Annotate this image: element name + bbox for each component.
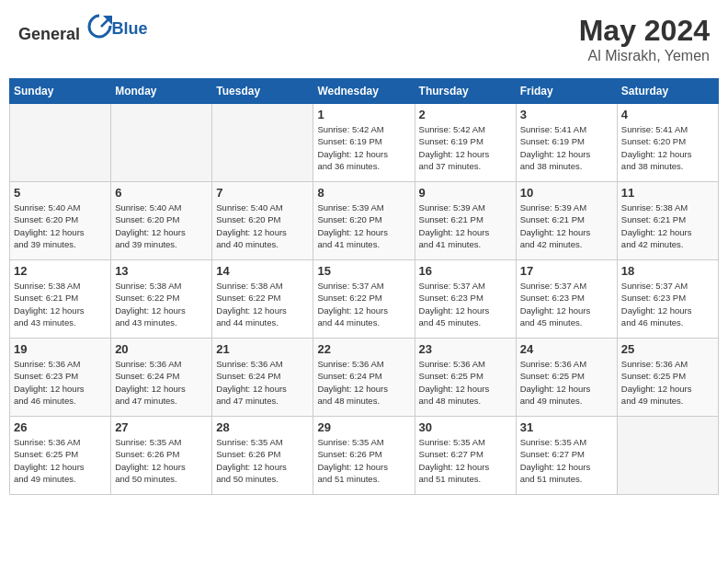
location-title: Al Misrakh, Yemen (579, 48, 710, 64)
day-cell: 2Sunrise: 5:42 AM Sunset: 6:19 PM Daylig… (415, 104, 516, 182)
day-info: Sunrise: 5:39 AM Sunset: 6:21 PM Dayligh… (520, 201, 613, 250)
day-info: Sunrise: 5:41 AM Sunset: 6:20 PM Dayligh… (621, 123, 714, 172)
day-cell: 12Sunrise: 5:38 AM Sunset: 6:21 PM Dayli… (10, 260, 111, 339)
day-info: Sunrise: 5:36 AM Sunset: 6:24 PM Dayligh… (115, 358, 208, 407)
logo-general: General (18, 25, 80, 43)
day-cell: 29Sunrise: 5:35 AM Sunset: 6:26 PM Dayli… (313, 417, 415, 495)
day-number: 21 (216, 342, 309, 356)
day-cell: 11Sunrise: 5:38 AM Sunset: 6:21 PM Dayli… (617, 182, 718, 260)
day-cell (212, 104, 313, 182)
day-info: Sunrise: 5:42 AM Sunset: 6:19 PM Dayligh… (317, 123, 410, 172)
month-title: May 2024 (579, 14, 710, 48)
day-cell: 30Sunrise: 5:35 AM Sunset: 6:27 PM Dayli… (415, 417, 516, 495)
day-info: Sunrise: 5:36 AM Sunset: 6:23 PM Dayligh… (14, 358, 107, 407)
day-info: Sunrise: 5:40 AM Sunset: 6:20 PM Dayligh… (115, 201, 208, 250)
day-cell: 21Sunrise: 5:36 AM Sunset: 6:24 PM Dayli… (212, 339, 313, 417)
weekday-header-row: SundayMondayTuesdayWednesdayThursdayFrid… (10, 79, 719, 104)
day-number: 2 (419, 108, 512, 121)
day-cell: 5Sunrise: 5:40 AM Sunset: 6:20 PM Daylig… (10, 182, 111, 260)
day-cell: 8Sunrise: 5:39 AM Sunset: 6:20 PM Daylig… (313, 182, 415, 260)
day-info: Sunrise: 5:38 AM Sunset: 6:21 PM Dayligh… (14, 280, 107, 328)
day-number: 20 (115, 342, 208, 356)
day-number: 7 (216, 186, 309, 200)
day-number: 31 (520, 420, 613, 434)
weekday-header-tuesday: Tuesday (212, 79, 313, 104)
day-info: Sunrise: 5:35 AM Sunset: 6:26 PM Dayligh… (317, 436, 410, 485)
day-cell (617, 417, 718, 495)
day-number: 15 (317, 264, 410, 278)
day-info: Sunrise: 5:35 AM Sunset: 6:26 PM Dayligh… (216, 436, 309, 485)
day-cell: 13Sunrise: 5:38 AM Sunset: 6:22 PM Dayli… (111, 260, 212, 339)
day-number: 3 (520, 108, 613, 121)
week-row-2: 5Sunrise: 5:40 AM Sunset: 6:20 PM Daylig… (10, 182, 719, 260)
day-number: 30 (419, 420, 512, 434)
day-cell: 7Sunrise: 5:40 AM Sunset: 6:20 PM Daylig… (212, 182, 313, 260)
day-cell: 1Sunrise: 5:42 AM Sunset: 6:19 PM Daylig… (313, 104, 415, 182)
day-cell: 15Sunrise: 5:37 AM Sunset: 6:22 PM Dayli… (313, 260, 415, 339)
day-cell: 31Sunrise: 5:35 AM Sunset: 6:27 PM Dayli… (516, 417, 617, 495)
day-number: 13 (115, 264, 208, 278)
day-info: Sunrise: 5:37 AM Sunset: 6:23 PM Dayligh… (520, 280, 613, 328)
day-cell: 19Sunrise: 5:36 AM Sunset: 6:23 PM Dayli… (10, 339, 111, 417)
day-cell: 10Sunrise: 5:39 AM Sunset: 6:21 PM Dayli… (516, 182, 617, 260)
day-info: Sunrise: 5:35 AM Sunset: 6:27 PM Dayligh… (520, 436, 613, 485)
day-cell: 28Sunrise: 5:35 AM Sunset: 6:26 PM Dayli… (212, 417, 313, 495)
day-info: Sunrise: 5:36 AM Sunset: 6:25 PM Dayligh… (520, 358, 613, 407)
day-cell: 6Sunrise: 5:40 AM Sunset: 6:20 PM Daylig… (111, 182, 212, 260)
weekday-header-saturday: Saturday (617, 79, 718, 104)
logo-icon (86, 14, 112, 40)
weekday-header-sunday: Sunday (10, 79, 111, 104)
day-number: 28 (216, 420, 309, 434)
day-info: Sunrise: 5:38 AM Sunset: 6:22 PM Dayligh… (216, 280, 309, 328)
day-number: 29 (317, 420, 410, 434)
day-cell: 25Sunrise: 5:36 AM Sunset: 6:25 PM Dayli… (617, 339, 718, 417)
day-info: Sunrise: 5:37 AM Sunset: 6:23 PM Dayligh… (621, 280, 714, 328)
day-info: Sunrise: 5:36 AM Sunset: 6:24 PM Dayligh… (216, 358, 309, 407)
day-info: Sunrise: 5:39 AM Sunset: 6:20 PM Dayligh… (317, 201, 410, 250)
day-number: 1 (317, 108, 410, 121)
day-info: Sunrise: 5:37 AM Sunset: 6:22 PM Dayligh… (317, 280, 410, 328)
day-info: Sunrise: 5:36 AM Sunset: 6:25 PM Dayligh… (419, 358, 512, 407)
day-info: Sunrise: 5:38 AM Sunset: 6:22 PM Dayligh… (115, 280, 208, 328)
day-cell: 14Sunrise: 5:38 AM Sunset: 6:22 PM Dayli… (212, 260, 313, 339)
week-row-1: 1Sunrise: 5:42 AM Sunset: 6:19 PM Daylig… (10, 104, 719, 182)
weekday-header-wednesday: Wednesday (313, 79, 415, 104)
logo-blue: Blue (112, 19, 148, 39)
day-number: 10 (520, 186, 613, 200)
day-number: 19 (14, 342, 107, 356)
day-cell (10, 104, 111, 182)
day-cell: 24Sunrise: 5:36 AM Sunset: 6:25 PM Dayli… (516, 339, 617, 417)
day-number: 8 (317, 186, 410, 200)
day-number: 12 (14, 264, 107, 278)
day-cell: 16Sunrise: 5:37 AM Sunset: 6:23 PM Dayli… (415, 260, 516, 339)
day-info: Sunrise: 5:40 AM Sunset: 6:20 PM Dayligh… (14, 201, 107, 250)
day-number: 11 (621, 186, 714, 200)
day-cell: 23Sunrise: 5:36 AM Sunset: 6:25 PM Dayli… (415, 339, 516, 417)
day-number: 14 (216, 264, 309, 278)
day-cell (111, 104, 212, 182)
day-cell: 4Sunrise: 5:41 AM Sunset: 6:20 PM Daylig… (617, 104, 718, 182)
weekday-header-friday: Friday (516, 79, 617, 104)
day-cell: 20Sunrise: 5:36 AM Sunset: 6:24 PM Dayli… (111, 339, 212, 417)
week-row-5: 26Sunrise: 5:36 AM Sunset: 6:25 PM Dayli… (10, 417, 719, 495)
day-number: 23 (419, 342, 512, 356)
day-number: 16 (419, 264, 512, 278)
day-info: Sunrise: 5:35 AM Sunset: 6:27 PM Dayligh… (419, 436, 512, 485)
day-number: 6 (115, 186, 208, 200)
day-cell: 18Sunrise: 5:37 AM Sunset: 6:23 PM Dayli… (617, 260, 718, 339)
day-cell: 27Sunrise: 5:35 AM Sunset: 6:26 PM Dayli… (111, 417, 212, 495)
day-info: Sunrise: 5:41 AM Sunset: 6:19 PM Dayligh… (520, 123, 613, 172)
logo: General Blue (18, 14, 148, 44)
day-number: 27 (115, 420, 208, 434)
day-info: Sunrise: 5:36 AM Sunset: 6:25 PM Dayligh… (14, 436, 107, 485)
day-cell: 3Sunrise: 5:41 AM Sunset: 6:19 PM Daylig… (516, 104, 617, 182)
header: General Blue May 2024 Al Misrakh, Yemen (9, 9, 719, 69)
day-number: 18 (621, 264, 714, 278)
day-number: 25 (621, 342, 714, 356)
week-row-3: 12Sunrise: 5:38 AM Sunset: 6:21 PM Dayli… (10, 260, 719, 339)
title-area: May 2024 Al Misrakh, Yemen (579, 14, 710, 64)
week-row-4: 19Sunrise: 5:36 AM Sunset: 6:23 PM Dayli… (10, 339, 719, 417)
day-number: 17 (520, 264, 613, 278)
day-number: 5 (14, 186, 107, 200)
day-info: Sunrise: 5:35 AM Sunset: 6:26 PM Dayligh… (115, 436, 208, 485)
